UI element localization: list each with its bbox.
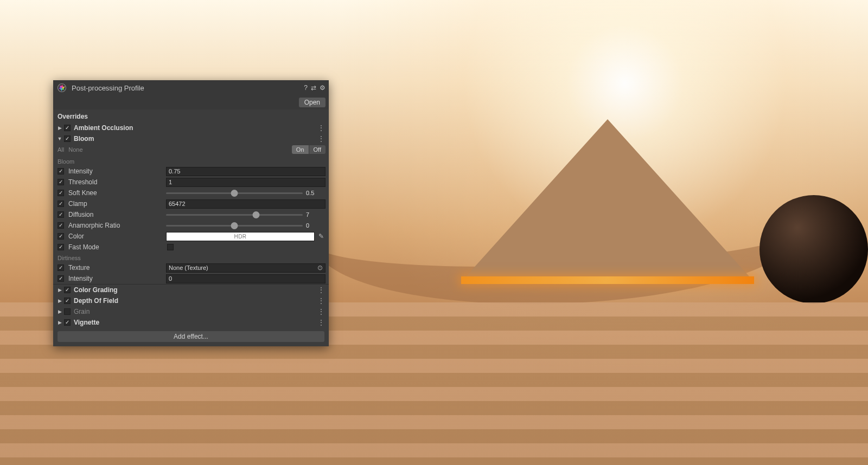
prop-label: Intensity xyxy=(68,167,166,175)
overrides-heading: Overrides xyxy=(53,109,329,122)
group-label-dirtiness: Dirtiness xyxy=(53,253,329,262)
panel-header: Post-processing Profile ? ⇄ ⚙ xyxy=(53,80,329,95)
eyedropper-icon[interactable]: ✎ xyxy=(317,232,326,240)
checkbox[interactable] xyxy=(58,211,64,218)
checkbox-ambient-occlusion[interactable] xyxy=(64,125,71,131)
override-label: Depth Of Field xyxy=(74,297,317,305)
prop-dirt-texture: Texture ⊙ xyxy=(53,262,329,273)
anamorphic-slider[interactable] xyxy=(166,225,303,227)
prop-color: Color HDR ✎ xyxy=(53,231,329,242)
diffusion-value[interactable]: 7 xyxy=(306,211,326,218)
checkbox-bloom[interactable] xyxy=(64,135,71,142)
override-label: Color Grading xyxy=(74,286,317,294)
fast-mode-checkbox-value[interactable] xyxy=(167,244,174,250)
prop-label: Intensity xyxy=(68,275,166,282)
prop-diffusion: Diffusion 7 xyxy=(53,209,329,220)
checkbox[interactable] xyxy=(58,233,64,240)
prop-label: Clamp xyxy=(68,200,166,208)
add-effect-button[interactable]: Add effect... xyxy=(58,331,324,342)
prop-label: Diffusion xyxy=(68,211,166,218)
prop-label: Texture xyxy=(68,264,166,272)
prop-label: Anamorphic Ratio xyxy=(68,222,166,229)
open-row: Open xyxy=(53,95,329,109)
foldout-icon[interactable]: ▶ xyxy=(56,287,63,293)
intensity-field[interactable] xyxy=(166,167,326,176)
foldout-icon[interactable]: ▶ xyxy=(56,298,63,303)
override-vignette[interactable]: ▶ Vignette ⋮ xyxy=(53,317,329,328)
kebab-icon[interactable]: ⋮ xyxy=(317,308,326,315)
checkbox[interactable] xyxy=(58,190,64,196)
aperture-icon xyxy=(56,82,67,93)
override-color-grading[interactable]: ▶ Color Grading ⋮ xyxy=(53,285,329,295)
checkbox[interactable] xyxy=(58,222,64,229)
diffusion-slider[interactable] xyxy=(166,214,303,216)
prop-clamp: Clamp xyxy=(53,198,329,209)
threshold-field[interactable] xyxy=(166,178,326,187)
group-label-bloom: Bloom xyxy=(53,156,329,166)
foldout-icon[interactable]: ▶ xyxy=(56,320,63,325)
toggle-on[interactable]: On xyxy=(292,145,309,154)
all-none-row: All None On Off xyxy=(53,144,329,156)
override-label: Vignette xyxy=(74,319,317,326)
kebab-icon[interactable]: ⋮ xyxy=(317,297,326,305)
checkbox[interactable] xyxy=(58,168,64,175)
checkbox[interactable] xyxy=(58,201,64,207)
checkbox-depth-of-field[interactable] xyxy=(64,298,71,304)
prop-label: Fast Mode xyxy=(68,243,166,251)
kebab-icon[interactable]: ⋮ xyxy=(317,124,326,132)
kebab-icon[interactable]: ⋮ xyxy=(317,286,326,294)
prop-intensity: Intensity xyxy=(53,166,329,177)
clamp-field[interactable] xyxy=(166,199,326,209)
kebab-icon[interactable]: ⋮ xyxy=(317,135,326,143)
postprocess-panel: Post-processing Profile ? ⇄ ⚙ Open Overr… xyxy=(53,80,329,346)
override-depth-of-field[interactable]: ▶ Depth Of Field ⋮ xyxy=(53,295,329,306)
open-button[interactable]: Open xyxy=(299,98,326,107)
prop-threshold: Threshold xyxy=(53,177,329,188)
prop-label: Threshold xyxy=(68,178,166,186)
prop-label: Soft Knee xyxy=(68,189,166,197)
soft-knee-slider[interactable] xyxy=(166,192,303,194)
override-grain[interactable]: ▶ Grain ⋮ xyxy=(53,306,329,317)
foldout-icon[interactable]: ▶ xyxy=(56,309,63,314)
checkbox[interactable] xyxy=(58,275,64,282)
dirt-intensity-field[interactable] xyxy=(166,274,326,283)
checkbox-color-grading[interactable] xyxy=(64,287,71,293)
prop-fast-mode: Fast Mode xyxy=(53,242,329,253)
override-ambient-occlusion[interactable]: ▶ Ambient Occlusion ⋮ xyxy=(53,122,329,133)
all-link[interactable]: All xyxy=(58,146,64,153)
anamorphic-value[interactable]: 0 xyxy=(306,222,326,229)
checkbox[interactable] xyxy=(58,264,64,271)
toggle-off[interactable]: Off xyxy=(309,145,326,154)
prop-soft-knee: Soft Knee 0.5 xyxy=(53,188,329,198)
override-label: Grain xyxy=(74,308,317,315)
color-swatch[interactable]: HDR xyxy=(166,232,315,241)
override-label: Ambient Occlusion xyxy=(74,124,317,132)
none-link[interactable]: None xyxy=(68,146,82,153)
override-bloom[interactable]: ▼ Bloom ⋮ xyxy=(53,133,329,144)
prop-anamorphic-ratio: Anamorphic Ratio 0 xyxy=(53,220,329,231)
checkbox-grain[interactable] xyxy=(64,308,71,315)
gear-icon[interactable]: ⚙ xyxy=(320,84,326,92)
checkbox[interactable] xyxy=(58,179,64,185)
object-picker-icon[interactable]: ⊙ xyxy=(316,264,324,272)
checkbox[interactable] xyxy=(58,244,64,250)
kebab-icon[interactable]: ⋮ xyxy=(317,319,326,326)
preset-icon[interactable]: ⇄ xyxy=(311,84,316,92)
dirt-texture-field[interactable] xyxy=(166,263,326,273)
prop-label: Color xyxy=(68,232,166,240)
help-icon[interactable]: ? xyxy=(304,84,308,92)
override-label: Bloom xyxy=(74,135,317,143)
foldout-icon[interactable]: ▼ xyxy=(56,136,63,141)
soft-knee-value[interactable]: 0.5 xyxy=(306,190,326,196)
foldout-icon[interactable]: ▶ xyxy=(56,125,63,131)
prop-dirt-intensity: Intensity xyxy=(53,273,329,284)
checkbox-vignette[interactable] xyxy=(64,319,71,326)
panel-title: Post-processing Profile xyxy=(72,84,304,92)
